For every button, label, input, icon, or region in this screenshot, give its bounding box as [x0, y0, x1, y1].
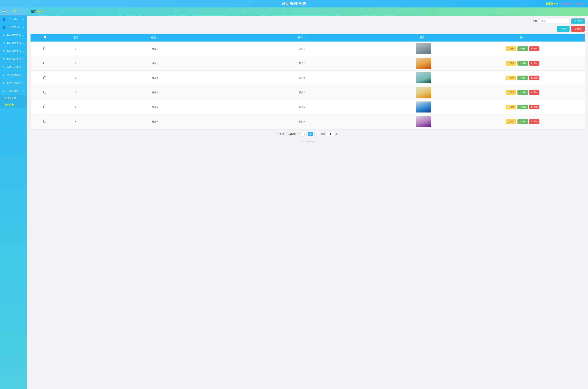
- page-size-select[interactable]: 10条/页 20条/页 50条/页: [286, 132, 300, 136]
- current-page-button[interactable]: 1: [308, 132, 313, 136]
- sidebar-item-slideshow[interactable]: 轮播图管理: [0, 95, 27, 101]
- goto-label: 前往: [321, 132, 325, 135]
- delete-button[interactable]: 🗑 删除: [529, 61, 539, 65]
- sidebar-checkin-label: 入住登记管理: [7, 65, 21, 69]
- room-type-icon: ⊟: [3, 34, 5, 37]
- page-label: 页: [336, 132, 338, 135]
- th-action: 操作: [460, 34, 585, 41]
- sidebar-item-home[interactable]: 🏠 首页: [0, 7, 27, 15]
- edit-button[interactable]: ✏️ 修改: [518, 46, 528, 51]
- sidebar-item-system[interactable]: ✈ 系统管理 ∨: [0, 87, 27, 95]
- search-button[interactable]: 🔍 查询: [571, 18, 585, 24]
- sidebar-item-checkin[interactable]: ⊙ 入住登记管理 ∨: [0, 63, 27, 71]
- sidebar-item-checkout[interactable]: ≡ 退房登记管理 ∨: [0, 79, 27, 87]
- th-image[interactable]: 图片 ⇅: [387, 34, 460, 41]
- page-total: 共 6 条: [277, 132, 285, 135]
- detail-button[interactable]: 📋 详情: [506, 61, 516, 65]
- row-index-cell: 1: [59, 41, 93, 56]
- row-action-cell: 📋 详情 ✏️ 修改 🗑 删除: [460, 71, 585, 85]
- row-intro: 简介1: [299, 47, 305, 50]
- th-image-label: 图片: [420, 36, 424, 39]
- edit-button[interactable]: ✏️ 修改: [518, 76, 528, 80]
- row-intro-cell: 简介3: [217, 71, 386, 85]
- sidebar-item-room-service[interactable]: ⊟ 客房服务管理 ∨: [0, 39, 27, 47]
- row-checkbox[interactable]: [43, 76, 46, 79]
- sidebar-item-user-mgmt[interactable]: 👤 用户管理 ∨: [0, 23, 27, 31]
- delete-button[interactable]: 🗑 删除: [529, 46, 539, 51]
- row-title-cell: 标题5: [93, 100, 217, 114]
- edit-button[interactable]: ✏️ 修改: [518, 61, 528, 65]
- row-checkbox[interactable]: [43, 120, 46, 123]
- row-index: 1: [75, 47, 76, 50]
- detail-button[interactable]: 📋 详情: [506, 46, 516, 51]
- row-index: 3: [75, 77, 76, 79]
- row-check-cell: [31, 71, 59, 85]
- row-checkbox[interactable]: [43, 47, 46, 50]
- detail-button[interactable]: 📋 详情: [506, 105, 516, 109]
- chevron-icon-2: ∨: [23, 26, 24, 29]
- user-area: 管理员 abo 退出到前台 退出登录: [546, 2, 585, 5]
- row-intro-cell: 简介4: [217, 85, 386, 100]
- sidebar-item-room-booking[interactable]: ⊟ 客房预订管理 ∨: [0, 55, 27, 63]
- next-page-button[interactable]: ›: [314, 132, 319, 136]
- sidebar-item-service-fee[interactable]: ≡ 服务费用管理 ∨: [0, 71, 27, 79]
- row-action-cell: 📋 详情 ✏️ 修改 🗑 删除: [460, 41, 585, 56]
- link-logout[interactable]: 退出登录: [575, 2, 585, 5]
- sidebar-profile-label: 个人中心: [10, 18, 19, 21]
- table-row: 2 标题2 简介2 📋 详情 ✏️ 修改 🗑 删除: [31, 56, 585, 71]
- sidebar-item-notice[interactable]: 酒店公告: [0, 101, 27, 108]
- th-title[interactable]: 标题 ⇅: [93, 34, 217, 41]
- link-front[interactable]: 退出到前台: [560, 2, 572, 5]
- room-image: [416, 101, 431, 112]
- sidebar-room-booking-label: 客房预订管理: [7, 58, 21, 61]
- detail-button[interactable]: 📋 详情: [506, 119, 516, 124]
- sidebar-checkout-label: 退房登记管理: [6, 81, 21, 85]
- content-area: 标题 🔍 查询 + 新增 🗑 删除: [27, 18, 588, 148]
- delete-button[interactable]: 🗑 删除: [529, 76, 539, 80]
- th-intro[interactable]: 简介 ⇅: [217, 34, 386, 41]
- room-image-inner: [416, 43, 431, 54]
- row-index: 2: [75, 62, 76, 65]
- sidebar-item-room-info[interactable]: ⊟ 客房信息管理 ∨: [0, 47, 27, 55]
- delete-button[interactable]: 🗑 删除: [529, 90, 539, 95]
- room-image-inner: [416, 58, 431, 69]
- table-row: 1 标题1 简介1 📋 详情 ✏️ 修改 🗑 删除: [31, 41, 585, 56]
- row-checkbox[interactable]: [43, 91, 46, 94]
- edit-button[interactable]: ✏️ 修改: [518, 90, 528, 95]
- row-title: 标题5: [152, 106, 158, 108]
- room-image: [416, 72, 431, 83]
- edit-button[interactable]: ✏️ 修改: [518, 119, 528, 124]
- row-checkbox[interactable]: [43, 105, 46, 108]
- breadcrumb-text: 首页: [31, 10, 35, 13]
- row-index: 4: [75, 91, 76, 94]
- pagination: 共 6 条 10条/页 20条/页 50条/页 ‹ 1 › 前往 页: [31, 129, 585, 139]
- goto-input[interactable]: [327, 132, 334, 136]
- search-bar: 标题 🔍 查询: [31, 18, 585, 24]
- delete-button[interactable]: 🗑 删除: [529, 105, 539, 109]
- breadcrumb-banner: 首页 ♥♥♥ 酒店公告: [27, 7, 588, 16]
- edit-button[interactable]: ✏️ 修改: [518, 105, 528, 109]
- profile-icon: 👤: [3, 18, 6, 21]
- row-intro-cell: 简介1: [217, 41, 386, 56]
- search-label: 标题: [533, 20, 537, 23]
- breadcrumb-stars: ♥♥♥: [37, 10, 42, 13]
- intro-sort-icon: ⇅: [304, 37, 306, 39]
- detail-button[interactable]: 📋 详情: [506, 76, 516, 80]
- delete-all-button[interactable]: 🗑 删除: [571, 26, 585, 32]
- search-input[interactable]: [539, 19, 570, 24]
- data-table: 索引 标题 ⇅ 简介 ⇅ 图片: [31, 34, 585, 129]
- add-button[interactable]: + 新增: [557, 26, 570, 32]
- sidebar-item-profile[interactable]: 👤 个人中心 ∨: [0, 15, 27, 23]
- prev-page-button[interactable]: ‹: [302, 132, 306, 136]
- room-image: [416, 43, 431, 54]
- row-title: 标题6: [152, 120, 158, 123]
- delete-button[interactable]: 🗑 删除: [529, 119, 539, 124]
- row-check-cell: [31, 85, 59, 100]
- row-title: 标题1: [152, 47, 158, 50]
- detail-button[interactable]: 📋 详情: [506, 90, 516, 95]
- chevron-icon-6: ∨: [23, 58, 24, 60]
- sidebar-item-room-type[interactable]: ⊟ 客房类型管理 ∨: [0, 31, 27, 39]
- row-title: 标题4: [152, 91, 158, 94]
- select-all-checkbox[interactable]: [43, 36, 46, 39]
- row-checkbox[interactable]: [43, 62, 46, 65]
